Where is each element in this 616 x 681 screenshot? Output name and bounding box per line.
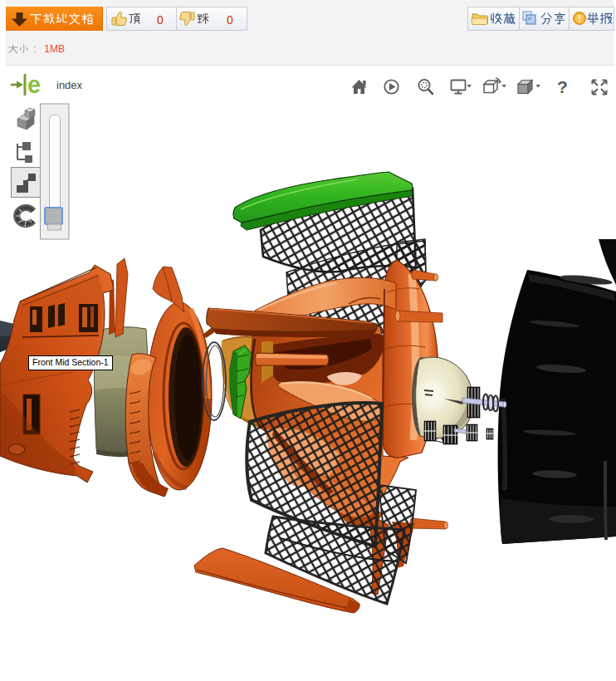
svg-text:e: e [27, 71, 41, 98]
